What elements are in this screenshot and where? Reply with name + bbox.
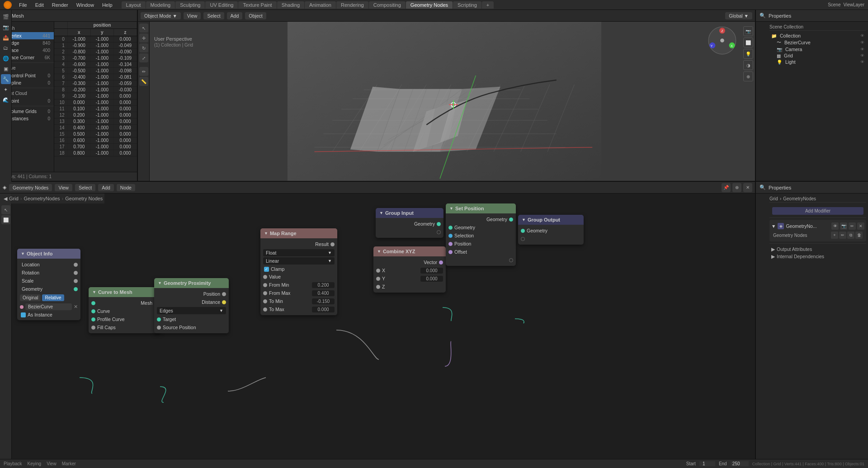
view-menu[interactable]: View: [184, 12, 201, 19]
annotate-tool[interactable]: ✏: [139, 67, 148, 76]
render-preview-btn[interactable]: 💡: [743, 49, 753, 59]
node-node-menu[interactable]: Node: [117, 184, 135, 191]
node-overlay-btn[interactable]: ⊕: [732, 183, 741, 192]
float-dropdown[interactable]: Float ▼: [263, 249, 335, 256]
node-group-output: ▼ Group Output Geometry: [518, 215, 584, 245]
select-tool[interactable]: ↖: [139, 24, 148, 33]
object-mode-dropdown[interactable]: Object Mode ▼: [141, 12, 181, 19]
overlay-btn[interactable]: ⊕: [743, 71, 753, 81]
ortho-btn[interactable]: ⬜: [743, 38, 753, 47]
node-add-menu[interactable]: Add: [98, 184, 114, 191]
menu-edit[interactable]: Edit: [32, 1, 47, 9]
linear-dropdown[interactable]: Linear ▼: [263, 257, 335, 265]
geo-nodes-copy-btn[interactable]: ⧉: [847, 232, 854, 239]
tab-add[interactable]: +: [482, 1, 494, 9]
viewport-right-tools: 📷 ⬜ 💡 ◑ ⊕: [743, 26, 753, 81]
tree-bezier-curve[interactable]: 〜 BezierCurve 👁: [775, 39, 866, 46]
menu-help[interactable]: Help: [99, 1, 116, 9]
node-collapse-arrow[interactable]: ▼: [21, 251, 25, 256]
geo-nodes-del-btn[interactable]: 🗑: [855, 232, 863, 239]
tab-uv-editing[interactable]: UV Editing: [205, 1, 238, 9]
measure-tool[interactable]: 📏: [139, 77, 148, 86]
from-min-value[interactable]: 0.200: [312, 282, 335, 288]
clamp-checkbox[interactable]: ✓ Clamp: [260, 265, 337, 273]
node-type-dropdown[interactable]: Geometry Nodes: [9, 184, 52, 191]
node-box-select[interactable]: ⬜: [1, 215, 10, 224]
breadcrumb-grid[interactable]: Grid: [9, 196, 19, 201]
add-menu[interactable]: Add: [227, 12, 243, 19]
edges-dropdown[interactable]: Edges ▼: [157, 307, 226, 314]
to-min-value[interactable]: -0.150: [312, 298, 335, 304]
tab-compositing[interactable]: Compositing: [369, 1, 406, 9]
object-picker-x[interactable]: ✕: [74, 304, 78, 310]
rotate-tool[interactable]: ↻: [139, 43, 148, 52]
combine-xyz-collapse[interactable]: ▼: [377, 249, 381, 254]
node-close-btn[interactable]: ✕: [743, 183, 752, 192]
tab-sculpting[interactable]: Sculpting: [175, 1, 205, 9]
light-eye[interactable]: 👁: [860, 60, 864, 64]
node-view-menu[interactable]: View: [55, 184, 72, 191]
tab-scripting[interactable]: Scripting: [453, 1, 481, 9]
select-menu[interactable]: Select: [203, 12, 224, 19]
y-value[interactable]: 0.000: [420, 276, 443, 282]
tab-shading[interactable]: Shading: [277, 1, 304, 9]
tab-layout[interactable]: Layout: [122, 1, 146, 9]
x-value[interactable]: 0.000: [420, 268, 443, 274]
geo-prox-collapse[interactable]: ▼: [158, 281, 162, 285]
object-menu[interactable]: Object: [245, 12, 266, 19]
to-max-value[interactable]: 0.000: [312, 307, 335, 312]
add-modifier-btn[interactable]: Add Modifier: [772, 207, 863, 215]
object-picker-dropdown[interactable]: BezierCurve: [25, 303, 72, 310]
set-pos-collapse[interactable]: ▼: [449, 206, 453, 211]
menu-window[interactable]: Window: [73, 1, 98, 9]
shading-btn[interactable]: ◑: [743, 60, 753, 70]
menu-render[interactable]: Render: [48, 1, 72, 9]
geo-nodes-new-btn[interactable]: +: [831, 232, 838, 239]
tree-grid[interactable]: ▦ Grid 👁: [775, 52, 866, 59]
frame-end-input[interactable]: [731, 461, 749, 466]
mod-render-btn[interactable]: 📷: [840, 222, 847, 230]
nav-widget[interactable]: Z X Y: [708, 26, 737, 55]
tab-modeling[interactable]: Modeling: [146, 1, 175, 9]
bezier-eye[interactable]: 👁: [860, 40, 864, 45]
map-range-collapse[interactable]: ▼: [264, 231, 268, 236]
menu-file[interactable]: File: [15, 1, 31, 9]
original-btn[interactable]: Original: [20, 294, 41, 301]
tab-animation[interactable]: Animation: [305, 1, 336, 9]
geo-mod-expand[interactable]: ▼: [771, 223, 776, 229]
internal-dependencies-row[interactable]: ▶ Internal Dependencies: [769, 253, 866, 260]
collection-eye[interactable]: 👁: [860, 33, 864, 38]
camera-eye[interactable]: 👁: [860, 47, 864, 52]
node-select-menu[interactable]: Select: [75, 184, 95, 191]
group-output-collapse[interactable]: ▼: [522, 217, 526, 222]
breadcrumb-geo-nodes[interactable]: GeometryNodes: [24, 196, 60, 201]
face-count: 400: [42, 48, 50, 53]
group-input-collapse[interactable]: ▼: [379, 211, 383, 215]
from-max-value[interactable]: 0.400: [312, 290, 335, 296]
relative-btn[interactable]: Relative: [42, 294, 64, 301]
tab-geometry-nodes[interactable]: Geometry Nodes: [406, 1, 453, 9]
geo-nodes-edit-btn[interactable]: ✏: [839, 232, 846, 239]
node-pin-btn[interactable]: 📌: [722, 183, 731, 192]
camera-view-btn[interactable]: 📷: [743, 26, 753, 36]
row-index: 16: [54, 137, 67, 144]
as-instance-checkbox[interactable]: As Instance: [17, 311, 80, 318]
scale-tool[interactable]: ⤢: [139, 53, 148, 62]
tab-rendering[interactable]: Rendering: [336, 1, 368, 9]
move-tool[interactable]: ✛: [139, 33, 148, 43]
frame-start-input[interactable]: [699, 461, 715, 466]
tree-camera[interactable]: 📷 Camera 👁: [775, 46, 866, 52]
tree-light[interactable]: 💡 Light 👁: [775, 59, 866, 65]
node-select-tool[interactable]: ↖: [1, 205, 10, 214]
output-attributes-row[interactable]: ▶ Output Attributes: [769, 246, 866, 253]
mod-delete-btn[interactable]: ✕: [857, 222, 864, 230]
float-label: Float: [266, 250, 276, 255]
tab-texture-paint[interactable]: Texture Paint: [238, 1, 276, 9]
transform-global[interactable]: Global ▼: [725, 12, 752, 19]
mod-show-btn[interactable]: 👁: [831, 222, 839, 230]
tree-collection[interactable]: 📁 Collection 👁: [769, 33, 866, 39]
mod-edit-btn[interactable]: ✏: [849, 222, 856, 230]
grid-eye[interactable]: 👁: [860, 53, 864, 58]
curve-mesh-collapse[interactable]: ▼: [92, 290, 96, 294]
breadcrumb-geometry-nodes[interactable]: Geometry Nodes: [65, 196, 103, 201]
